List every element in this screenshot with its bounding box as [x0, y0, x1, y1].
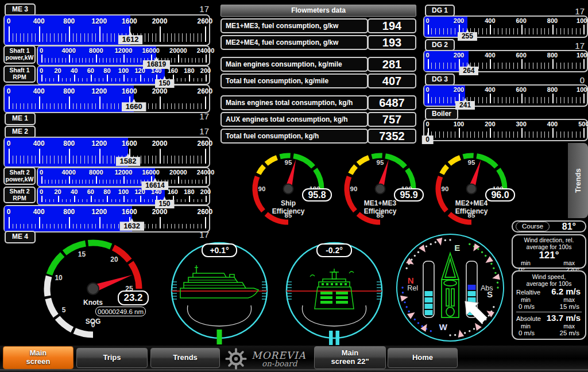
efficiency-name2-0: Efficiency — [248, 207, 328, 215]
wind-direction-min-label: min — [521, 260, 531, 266]
linear-gauge-dg1: 02004006008001000255 — [423, 16, 588, 38]
wind-speed-panel: Wind speed, average for 100s Relaltive 6… — [512, 270, 586, 340]
wind-speed-absolute-label: Absolute — [516, 315, 541, 323]
wind-rose-dial: ESWNRelAbs — [393, 230, 508, 345]
linear-gauge-dg3: 02004006008001000241 — [423, 84, 588, 107]
sog-label: SOG — [53, 317, 133, 325]
flowmeter-row-value: 407 — [368, 73, 416, 88]
gauge-max-me1: 17 — [171, 111, 209, 122]
gauge-label-dg2: DG 2 — [425, 39, 455, 51]
trim-value: +0.1° — [202, 243, 237, 257]
heel-indicator: -0.2° — [280, 236, 389, 345]
efficiency-gauge-0: 85909510095.8ShipEfficiency — [248, 149, 328, 235]
wind-direction-value: 121° — [513, 250, 585, 260]
efficiency-name2-1: Efficiency — [340, 207, 420, 215]
linear-gauge-shaft1-power: 0400080001200016000200002400016819 — [37, 45, 210, 66]
svg-text:Rel: Rel — [407, 284, 418, 292]
ship-wheel-icon — [224, 347, 248, 371]
svg-text:5: 5 — [62, 306, 66, 314]
wind-direction-title: Wind direction, rel. — [513, 237, 585, 243]
course-panel: Course 81° — [512, 220, 586, 232]
tab-main-screen[interactable]: Main screen — [3, 346, 74, 369]
svg-text:95: 95 — [285, 159, 292, 166]
flowmeter-row-value: 757 — [368, 112, 416, 127]
wind-speed-absolute-value: 13.7 m/s — [547, 313, 581, 322]
wind-speed-abs-max-value: 25 m/s — [559, 330, 579, 337]
flowmeter-row-label: Main engines consumption, kg/mile — [220, 57, 368, 72]
shaft-power-label-1: Shaft 2power,kW — [3, 167, 36, 185]
wind-speed-title: Wind speed, — [513, 273, 585, 280]
svg-text:15: 15 — [78, 250, 86, 258]
wind-speed-relative-value: 6.2 m/s — [551, 287, 581, 296]
flowmeter-row-label: ME1+ME3, fuel consumption, g/kw — [220, 18, 368, 33]
linear-gauge-dg2: 02004006008001000264 — [423, 50, 588, 72]
flowmeter-row-label: ME2+ME4, fuel consumption, g/kw — [220, 35, 368, 50]
svg-text:Abs: Abs — [481, 284, 493, 292]
wind-speed-rel-min-label: min — [521, 297, 531, 303]
tab-trips[interactable]: Trips — [76, 348, 148, 368]
speed-value: 23.2 — [118, 290, 149, 305]
wind-speed-rel-max-label: max — [563, 297, 575, 303]
gauge-label-dg1: DG 1 — [425, 5, 455, 17]
trim-indicator: +0.1° — [165, 236, 274, 345]
flowmeter-row-value: 6487 — [368, 95, 416, 110]
efficiency-gauge-2: 85909510096.0ME2+ME4Efficiency — [431, 149, 512, 235]
speed-dial: 0510152025 — [36, 231, 150, 346]
gauge-label-boiler: Boiler — [425, 108, 458, 120]
gauge-max-me2: 17 — [171, 126, 209, 137]
course-value: 81° — [562, 222, 576, 232]
flowmeter-row-value: 281 — [368, 57, 416, 72]
svg-text:10: 10 — [55, 274, 63, 282]
flowmeter-row-label: Total fuel consumption, kg/h — [220, 129, 368, 144]
svg-text:20: 20 — [110, 255, 118, 264]
dashboard: Flowmeters data ME1+ME3, fuel consumptio… — [0, 0, 588, 372]
speed-gauge: 051015202523.2Knots00000249.6 nmSOG — [36, 231, 150, 346]
flowmeter-row-value: 193 — [368, 35, 416, 50]
shaft-rpm-label-0: Shaft 1RPM — [3, 65, 36, 83]
efficiency-name2-2: Efficiency — [431, 207, 512, 215]
efficiency-value-2: 96.0 — [485, 188, 515, 202]
heel-value: -0.2° — [316, 243, 352, 257]
linear-gauge-shaft2-rpm: 020406080100120140160180200150 — [37, 187, 210, 206]
linear-gauge-shaft1-rpm: 020406080100120140160180200150 — [37, 65, 210, 85]
flowmeter-row-value: 194 — [368, 18, 416, 33]
wind-speed-abs-min-label: min — [521, 323, 531, 330]
linear-gauge-me1: 040080012001600200026001660 — [3, 84, 210, 113]
shaft-power-label-0: Shaft 1power,kW — [3, 45, 36, 64]
svg-text:E: E — [454, 243, 460, 253]
wind-speed-rel-max-value: 15 m/s — [559, 303, 579, 311]
wind-speed-abs-min-value: 0 m/s — [519, 330, 535, 337]
flowmeters-header: Flowmeters data — [220, 5, 416, 17]
svg-text:95: 95 — [468, 159, 475, 166]
trends-side-tab[interactable]: Trends — [568, 143, 588, 218]
efficiency-gauge-1: 85909510095.9ME1+ME3Efficiency — [340, 149, 420, 235]
flowmeter-row-label: Mains engines total consumption, kg/h — [220, 95, 368, 110]
svg-text:90: 90 — [350, 185, 358, 192]
gauge-label-dg3: DG 3 — [425, 73, 455, 86]
tab-main-screen-22[interactable]: Main screen 22" — [314, 346, 386, 369]
flowmeter-row-value: 7352 — [368, 129, 416, 144]
wind-speed-relative-label: Relaltive — [516, 288, 540, 297]
svg-text:W: W — [439, 322, 448, 332]
flowmeters-panel: Flowmeters data ME1+ME3, fuel consumptio… — [220, 5, 416, 144]
efficiency-value-1: 95.9 — [394, 188, 424, 202]
linear-gauge-me4: 040080012001600200026001632 — [3, 205, 210, 232]
engine-label-me1: ME 1 — [5, 113, 36, 125]
linear-gauge-me3: 040080012001600200026001612 — [3, 14, 210, 46]
svg-text:90: 90 — [258, 185, 266, 192]
svg-text:95: 95 — [377, 159, 384, 166]
tab-trends[interactable]: Trends — [150, 348, 220, 368]
wind-direction-max-label: max — [563, 260, 575, 266]
tab-home[interactable]: Home — [388, 348, 458, 368]
wind-speed-divider — [516, 312, 582, 312]
linear-gauge-shaft2-power: 0400080001200016000200002400016614 — [37, 167, 210, 187]
wind-direction-panel: Wind direction, rel. average for 100s 12… — [512, 234, 586, 269]
course-label: Course — [516, 222, 550, 231]
engine-label-me4: ME 4 — [5, 231, 36, 243]
svg-text:90: 90 — [442, 185, 449, 192]
flowmeter-row-label: AUX engines total consumption, kg/h — [220, 112, 368, 127]
morevia-logo: MOREVIA on-board — [224, 346, 322, 371]
wind-speed-rel-min-value: 0 m/s — [519, 303, 535, 311]
gauge-max-me3: 17 — [171, 4, 209, 14]
wind-rose: ESWNRelAbs — [393, 230, 508, 345]
